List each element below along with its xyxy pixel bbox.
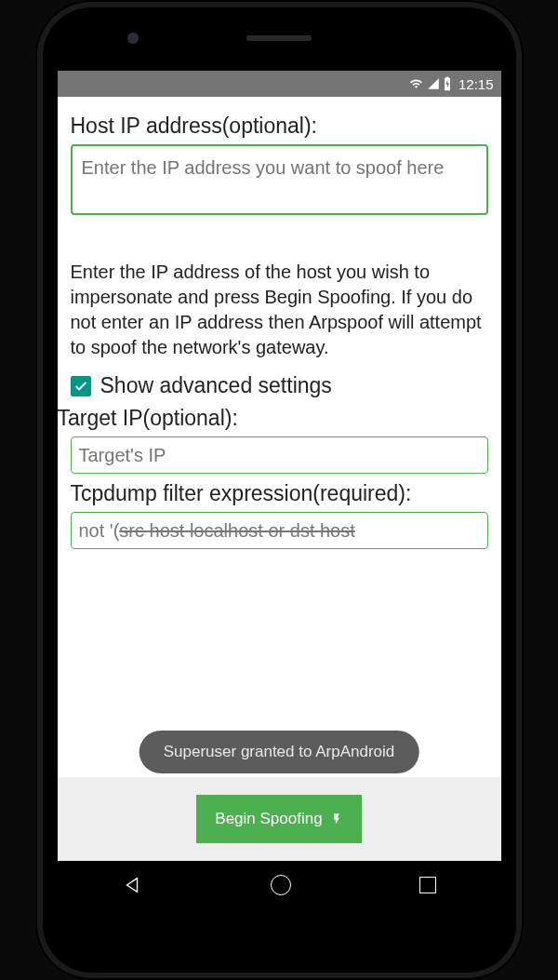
begin-button-label: Begin Spoofing xyxy=(215,810,322,828)
target-ip-label: Target IP(optional): xyxy=(58,406,488,431)
phone-frame: 12:15 Host IP address(optional): Enter t… xyxy=(35,0,524,980)
front-camera xyxy=(128,34,138,43)
filter-label: Tcpdump filter expression(required): xyxy=(71,481,488,506)
host-ip-input[interactable] xyxy=(71,144,488,215)
advanced-checkbox[interactable] xyxy=(71,376,91,396)
screen: 12:15 Host IP address(optional): Enter t… xyxy=(58,71,501,909)
advanced-checkbox-row[interactable]: Show advanced settings xyxy=(71,373,488,398)
help-text: Enter the IP address of the host you wis… xyxy=(71,260,488,360)
wifi-icon xyxy=(408,77,424,90)
bolt-icon xyxy=(330,811,343,827)
android-nav-bar xyxy=(58,861,501,909)
filter-value-prefix: not '( xyxy=(79,520,120,541)
back-icon[interactable] xyxy=(122,875,142,895)
check-icon xyxy=(73,379,88,394)
phone-bezel-top xyxy=(43,7,516,71)
advanced-checkbox-label: Show advanced settings xyxy=(100,373,332,398)
toast-message: Superuser granted to ArpAndroid xyxy=(140,731,419,773)
status-bar: 12:15 xyxy=(58,71,501,97)
button-bar: Begin Spoofing xyxy=(58,777,501,861)
home-icon[interactable] xyxy=(271,875,291,895)
status-clock: 12:15 xyxy=(458,76,494,92)
signal-icon xyxy=(427,77,440,90)
host-ip-label: Host IP address(optional): xyxy=(71,114,488,139)
earpiece-speaker xyxy=(246,35,312,41)
target-ip-input[interactable] xyxy=(71,436,488,474)
filter-value-struck: src host localhost or dst host xyxy=(119,520,354,541)
app-content: Host IP address(optional): Enter the IP … xyxy=(58,97,501,777)
phone-inner: 12:15 Host IP address(optional): Enter t… xyxy=(43,7,516,973)
recents-icon[interactable] xyxy=(419,877,436,893)
begin-spoofing-button[interactable]: Begin Spoofing xyxy=(196,795,361,843)
battery-charging-icon xyxy=(443,76,452,91)
filter-input[interactable]: not '(src host localhost or dst host xyxy=(71,512,488,549)
